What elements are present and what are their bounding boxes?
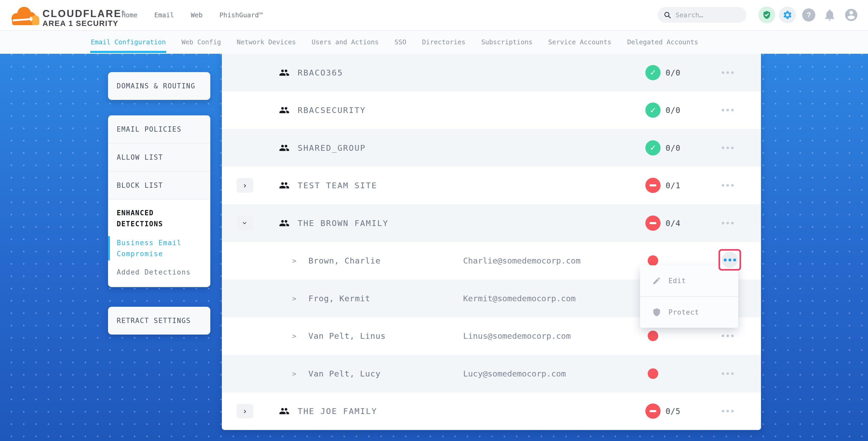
tab-service-accounts[interactable]: Service Accounts bbox=[548, 38, 612, 46]
tab-delegated-accounts[interactable]: Delegated Accounts bbox=[627, 38, 698, 46]
member-count: 0/5 bbox=[665, 407, 681, 416]
search-input[interactable] bbox=[675, 11, 739, 19]
sidebar-item-retract-settings[interactable]: RETRACT SETTINGS bbox=[108, 307, 210, 335]
settings-gear-icon[interactable] bbox=[779, 6, 796, 23]
notifications-bell-icon[interactable] bbox=[823, 8, 837, 22]
help-glyph: ? bbox=[806, 11, 811, 19]
sidebar-enhanced-detections-section: ENHANCED DETECTIONS Business Email Compr… bbox=[108, 199, 210, 286]
member-count: 0/0 bbox=[665, 143, 681, 152]
member-name: Brown, Charlie bbox=[308, 256, 380, 265]
status-badge-ok: ✓ bbox=[645, 102, 660, 118]
group-name: THE BROWN FAMILY bbox=[298, 218, 389, 228]
sidebar-item-added-detections[interactable]: Added Detections bbox=[117, 266, 202, 278]
tab-web-config[interactable]: Web Config bbox=[182, 38, 221, 46]
sidebar-item-label: RETRACT SETTINGS bbox=[117, 317, 191, 324]
pencil-icon bbox=[652, 276, 661, 285]
app-header: CLOUDFLARE® AREA 1 SECURITY Home Email W… bbox=[0, 0, 868, 31]
sidebar-item-domains-routing[interactable]: DOMAINS & ROUTING bbox=[108, 72, 210, 100]
sidebar-item-allow-list[interactable]: ALLOW LIST bbox=[108, 144, 210, 171]
member-chevron-icon[interactable]: > bbox=[292, 294, 296, 302]
tab-directories[interactable]: Directories bbox=[422, 38, 465, 46]
status-dot-blocked bbox=[648, 255, 658, 266]
logo-brand-text: CLOUDFLARE bbox=[42, 8, 122, 19]
member-count: 0/0 bbox=[665, 68, 681, 77]
search-box[interactable] bbox=[658, 7, 746, 23]
more-actions-button[interactable] bbox=[718, 180, 737, 190]
group-name: RBACO365 bbox=[298, 68, 343, 77]
collapse-group-button[interactable]: › bbox=[237, 216, 253, 230]
tab-network-devices[interactable]: Network Devices bbox=[237, 38, 296, 46]
member-name: Frog, Kermit bbox=[308, 294, 370, 303]
sidebar-item-business-email-compromise[interactable]: Business Email Compromise bbox=[117, 237, 202, 259]
minus-icon bbox=[650, 222, 656, 224]
sidebar-item-email-policies[interactable]: EMAIL POLICIES bbox=[108, 115, 210, 144]
menu-item-label: Protect bbox=[669, 308, 699, 316]
member-chevron-icon[interactable]: > bbox=[292, 332, 296, 340]
logo-subbrand-text: AREA 1 SECURITY bbox=[42, 19, 124, 28]
sidebar-email-policies-card: EMAIL POLICIES ALLOW LIST BLOCK LIST ENH… bbox=[108, 115, 210, 287]
nav-item-home[interactable]: Home bbox=[122, 11, 137, 19]
member-name: Van Pelt, Lucy bbox=[308, 369, 380, 378]
nav-item-web[interactable]: Web bbox=[191, 11, 203, 19]
member-name: Van Pelt, Linus bbox=[308, 331, 386, 341]
expand-group-button[interactable]: › bbox=[237, 404, 253, 418]
member-count: 0/0 bbox=[665, 106, 681, 115]
tab-sso[interactable]: SSO bbox=[394, 38, 406, 46]
more-actions-button[interactable] bbox=[718, 68, 737, 77]
check-icon: ✓ bbox=[650, 106, 656, 115]
table-row-group: › THE JOE FAMILY 0/5 bbox=[222, 392, 761, 430]
sidebar-item-label: BLOCK LIST bbox=[117, 182, 163, 189]
member-chevron-icon[interactable]: > bbox=[292, 257, 296, 265]
status-badge-ok: ✓ bbox=[645, 140, 660, 155]
group-icon bbox=[279, 67, 289, 78]
more-actions-button[interactable] bbox=[718, 406, 737, 416]
more-actions-button[interactable] bbox=[718, 369, 737, 379]
account-icon[interactable] bbox=[844, 8, 859, 22]
table-row-group: SHARED_GROUP ✓ 0/0 bbox=[222, 129, 761, 167]
more-actions-button[interactable] bbox=[718, 105, 737, 115]
groups-table-panel: RBACO365 ✓ 0/0 RBACSECURITY ✓ 0/0 SHARED… bbox=[222, 54, 761, 430]
chevron-down-icon: › bbox=[241, 221, 249, 225]
group-name: RBACSECURITY bbox=[298, 105, 366, 115]
member-chevron-icon[interactable]: > bbox=[292, 370, 296, 378]
more-actions-button-active[interactable] bbox=[722, 252, 738, 268]
sidebar-item-enhanced-detections[interactable]: ENHANCED DETECTIONS bbox=[117, 208, 202, 229]
shield-icon bbox=[652, 308, 661, 317]
member-email: Kermit@somedemocorp.com bbox=[463, 294, 576, 303]
more-actions-button[interactable] bbox=[718, 218, 737, 228]
highlight-outline bbox=[718, 249, 741, 271]
tab-subscriptions[interactable]: Subscriptions bbox=[481, 38, 533, 46]
sidebar-item-block-list[interactable]: BLOCK LIST bbox=[108, 171, 210, 199]
secondary-tab-bar: Email Configuration Web Config Network D… bbox=[0, 30, 868, 54]
status-badge-blocked bbox=[645, 178, 660, 193]
group-icon bbox=[279, 143, 289, 153]
top-nav: Home Email Web PhishGuard™ bbox=[122, 0, 263, 30]
group-icon bbox=[279, 218, 289, 228]
row-context-menu: Edit Protect bbox=[640, 265, 738, 328]
status-dot-blocked bbox=[648, 330, 658, 341]
help-icon[interactable]: ? bbox=[802, 8, 815, 22]
security-shield-check-icon[interactable] bbox=[758, 6, 775, 23]
sidebar-item-label: EMAIL POLICIES bbox=[117, 125, 182, 133]
expand-group-button[interactable]: › bbox=[237, 178, 253, 193]
more-actions-button[interactable] bbox=[718, 331, 737, 341]
sidebar-item-label: ALLOW LIST bbox=[117, 153, 163, 161]
minus-icon bbox=[650, 184, 656, 186]
tab-email-configuration[interactable]: Email Configuration bbox=[91, 38, 166, 46]
menu-item-label: Edit bbox=[669, 277, 686, 285]
member-count: 0/4 bbox=[665, 218, 681, 228]
status-badge-ok: ✓ bbox=[645, 65, 660, 80]
minus-icon bbox=[650, 410, 656, 412]
nav-item-phishguard[interactable]: PhishGuard™ bbox=[219, 11, 263, 19]
chevron-right-icon: › bbox=[243, 407, 247, 415]
table-row-group: › TEST TEAM SITE 0/1 bbox=[222, 167, 761, 204]
more-actions-button[interactable] bbox=[718, 143, 737, 153]
group-name: THE JOE FAMILY bbox=[298, 406, 377, 416]
status-badge-blocked bbox=[645, 404, 660, 419]
nav-item-email[interactable]: Email bbox=[154, 11, 174, 19]
member-email: Linus@somedemocorp.com bbox=[463, 331, 571, 341]
menu-item-protect[interactable]: Protect bbox=[640, 297, 738, 328]
chevron-right-icon: › bbox=[243, 181, 247, 190]
member-count: 0/1 bbox=[665, 181, 681, 190]
tab-users-and-actions[interactable]: Users and Actions bbox=[312, 38, 379, 46]
